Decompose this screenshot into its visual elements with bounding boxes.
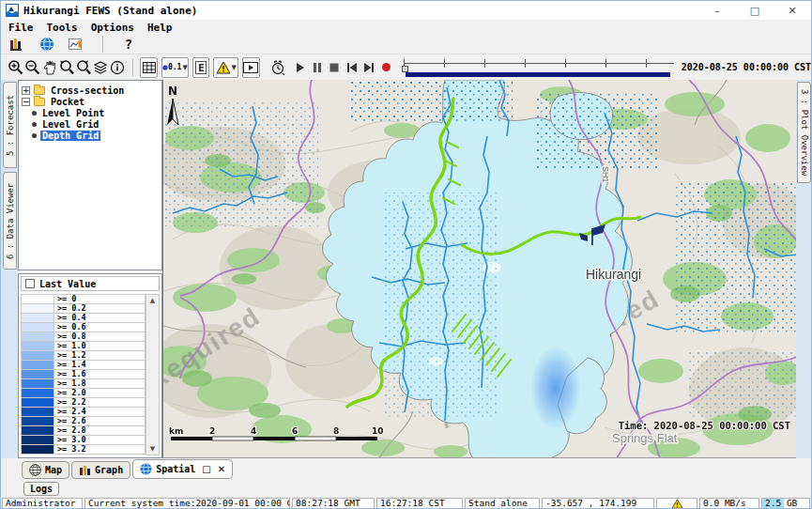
logs-button[interactable]: Logs [23, 482, 59, 496]
timeline-range-bar [406, 72, 669, 77]
map-canvas[interactable]: API Key Required API Key Required [163, 80, 796, 458]
stop-button[interactable] [326, 57, 343, 78]
legend-row[interactable]: >= 3.2 [21, 445, 146, 455]
tree-item-cross-section[interactable]: + Cross-section [19, 85, 161, 96]
warning-icon [671, 499, 683, 509]
animation-button[interactable] [242, 57, 260, 78]
minimize-button[interactable]: – [698, 1, 736, 20]
legend-swatch [21, 342, 54, 351]
tab-data-viewer[interactable]: 6 : Data Viewer [3, 172, 17, 270]
step-backward-button[interactable] [344, 57, 360, 78]
play-button[interactable] [292, 57, 309, 78]
svg-text:2: 2 [209, 426, 215, 436]
legend-swatch [21, 426, 54, 436]
filter-tree: + Cross-section − Pocket Level Point Lev… [18, 80, 162, 270]
status-coordinates: -35.657 , 174.199 [542, 498, 654, 509]
status-memory: 2.5 GB [761, 498, 810, 509]
close-button[interactable]: ✕ [774, 1, 811, 20]
map-view[interactable]: API Key Required API Key Required [162, 80, 796, 458]
tree-item-level-point[interactable]: Level Point [19, 107, 161, 118]
svg-text:10: 10 [372, 426, 384, 436]
class-threshold-button[interactable]: 0.1 ▼ [161, 57, 189, 78]
status-gmt-time: 08:27:18 GMT [292, 498, 375, 509]
legend-panel: Last Value >= 0>= 0.2>= 0.4>= 0.6>= 0.8>… [18, 273, 162, 458]
legend-swatch [21, 436, 54, 445]
warnings-button[interactable]: ▼ [213, 57, 238, 78]
globe-icon [140, 463, 152, 475]
menu-file[interactable]: File [8, 22, 34, 34]
svg-text:E: E [198, 62, 205, 72]
collapse-icon[interactable]: − [22, 98, 30, 106]
tree-label[interactable]: Pocket [49, 97, 86, 107]
town-label: Hikurangi [586, 267, 641, 282]
grid-layer-button[interactable] [140, 57, 158, 78]
zoom-out-icon[interactable] [23, 57, 40, 78]
legend-swatch [21, 351, 54, 361]
tab-graph[interactable]: Graph [71, 461, 130, 479]
last-value-row[interactable]: Last Value [21, 276, 160, 291]
tree-item-depth-grid[interactable]: Depth Grid [19, 130, 161, 141]
tab-close-icon[interactable]: ✕ [218, 464, 225, 474]
menu-tools[interactable]: Tools [47, 22, 78, 34]
globe-icon[interactable] [37, 34, 57, 54]
title-bar[interactable]: Hikurangi FEWS (Stand alone) – □ ✕ [1, 1, 811, 20]
wire-globe-icon [29, 464, 41, 476]
expand-icon[interactable]: + [22, 86, 30, 95]
place-label: Springs Flat [612, 431, 678, 445]
zoom-in-icon[interactable] [7, 57, 23, 78]
time-settings-icon[interactable] [269, 57, 286, 78]
legend-swatch [21, 314, 54, 323]
tab-plot-overview[interactable]: 3 : Plot Overview [797, 82, 811, 183]
scroll-up-icon[interactable]: ▲ [150, 295, 155, 306]
tree-item-pocket[interactable]: − Pocket [19, 96, 161, 107]
last-value-checkbox[interactable] [25, 279, 35, 288]
map-time-label: Time: 2020-08-25 00:00:00 CST [619, 420, 790, 431]
road-label: SH1 [601, 166, 610, 183]
timeline-handle[interactable] [402, 66, 408, 72]
pause-button[interactable] [309, 57, 326, 78]
legend-swatch [21, 408, 54, 417]
legend-scrollbar[interactable]: ▲ ▼ [146, 294, 160, 455]
legend-label: >= 3.2 [54, 445, 146, 455]
tab-spatial[interactable]: Spatial □ ✕ [132, 459, 233, 479]
tab-graph-label: Graph [95, 465, 123, 475]
legend-toggle-button[interactable]: E [192, 57, 210, 78]
tree-label[interactable]: Level Point [40, 108, 106, 118]
zoom-next-icon[interactable] [75, 57, 92, 78]
tree-label[interactable]: Level Grid [40, 119, 100, 130]
tab-maximize-icon[interactable]: □ [202, 464, 210, 474]
menu-bar: File Tools Options Help [1, 20, 811, 35]
timeline-track [404, 63, 673, 64]
legend-swatch [21, 295, 54, 304]
status-warning[interactable] [656, 498, 697, 509]
legend-swatch [21, 304, 54, 314]
chart-export-icon[interactable] [67, 34, 87, 54]
precipitation-patch [530, 347, 581, 429]
zoom-previous-icon[interactable] [58, 57, 75, 78]
map-toolbar: 0.1 ▼ E ▼ [1, 54, 811, 80]
tree-label-selected[interactable]: Depth Grid [40, 131, 100, 141]
memory-usage-label: 2.5 GB [765, 499, 797, 508]
maximize-button[interactable]: □ [736, 1, 774, 20]
tab-forecast[interactable]: 5 : Forecast [3, 82, 17, 168]
status-network-speed: 0.0 MB/s [699, 498, 759, 509]
menu-options[interactable]: Options [91, 22, 134, 34]
tree-label[interactable]: Cross-section [49, 85, 126, 96]
pan-hand-icon[interactable] [40, 57, 57, 78]
data-viewer-panel: + Cross-section − Pocket Level Point Lev… [18, 80, 162, 458]
application-window: Hikurangi FEWS (Stand alone) – □ ✕ File … [0, 0, 812, 509]
tree-item-level-grid[interactable]: Level Grid [19, 118, 161, 130]
menu-help[interactable]: Help [147, 22, 173, 34]
record-button[interactable] [377, 57, 394, 78]
scroll-down-icon[interactable]: ▼ [150, 443, 155, 455]
node-bullet-icon [32, 111, 37, 116]
database-bars-icon[interactable] [7, 34, 27, 54]
legend-swatch [21, 389, 54, 398]
legend-swatch [21, 417, 54, 426]
layers-icon[interactable] [92, 57, 109, 78]
info-icon[interactable] [109, 57, 126, 78]
tab-map[interactable]: Map [22, 461, 69, 479]
step-forward-button[interactable] [360, 57, 377, 78]
help-button[interactable]: ? [118, 34, 139, 54]
timeline-slider[interactable] [402, 57, 675, 78]
